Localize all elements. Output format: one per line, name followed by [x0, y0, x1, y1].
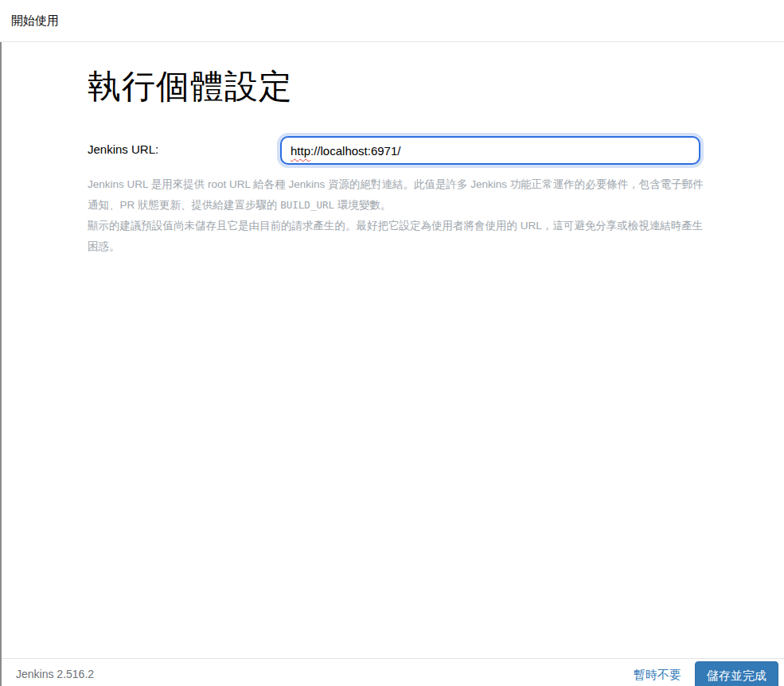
footer-actions: 暫時不要 儲存並完成: [634, 659, 778, 686]
help-paragraph-2: 顯示的建議預設值尚未儲存且它是由目前的請求產生的。最好把它設定為使用者將會使用的…: [88, 216, 710, 257]
jenkins-url-row: Jenkins URL: http://localhost:6971/: [88, 136, 784, 165]
not-now-link[interactable]: 暫時不要: [634, 668, 681, 683]
wizard-header: 開始使用: [0, 0, 784, 42]
panel-content: 執行個體設定 Jenkins URL: http://localhost:697…: [2, 42, 784, 658]
save-and-finish-button[interactable]: 儲存並完成: [695, 661, 778, 686]
jenkins-version: Jenkins 2.516.2: [16, 668, 94, 680]
page-title: 執行個體設定: [88, 64, 784, 109]
wizard-title: 開始使用: [11, 14, 59, 29]
jenkins-url-help: Jenkins URL 是用來提供 root URL 給各種 Jenkins 資…: [88, 174, 710, 257]
jenkins-url-label: Jenkins URL:: [88, 136, 280, 165]
url-scheme-misspelled: http: [291, 144, 310, 158]
setup-wizard-page: 開始使用 執行個體設定 Jenkins URL: http://localhos…: [0, 0, 784, 686]
help-paragraph-1: Jenkins URL 是用來提供 root URL 給各種 Jenkins 資…: [88, 174, 710, 216]
build-url-code: BUILD_URL: [280, 199, 334, 211]
help-text: Jenkins URL 是用來提供 root URL 給各種 Jenkins 資…: [88, 178, 704, 211]
help-text: 環境變數。: [334, 199, 391, 211]
instance-configuration-panel: 執行個體設定 Jenkins URL: http://localhost:697…: [0, 42, 784, 686]
wizard-footer: Jenkins 2.516.2 暫時不要 儲存並完成: [2, 658, 784, 686]
jenkins-url-input[interactable]: http://localhost:6971/: [280, 136, 700, 165]
url-rest: ://localhost:6971/: [310, 144, 400, 158]
